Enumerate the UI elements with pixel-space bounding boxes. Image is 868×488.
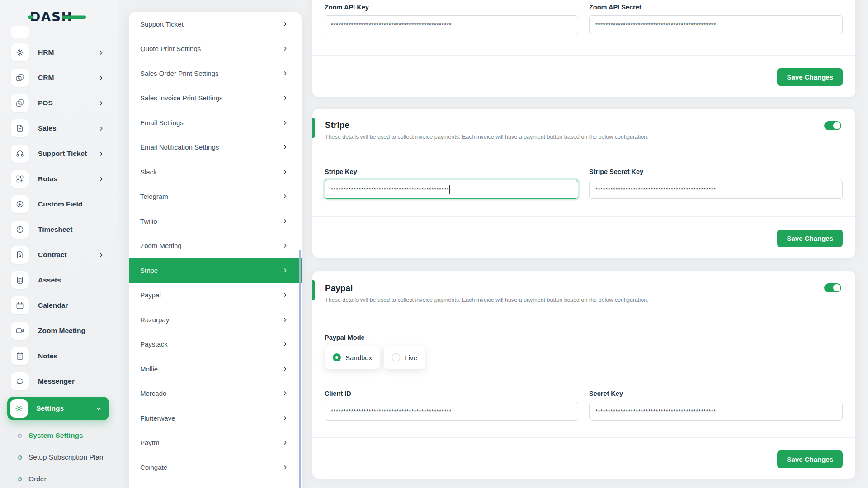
sidebar-item-notes[interactable]: Notes <box>0 343 113 369</box>
notes-icon <box>11 347 29 365</box>
settings-menu-item-flutterwave[interactable]: Flutterwave <box>129 406 302 431</box>
chevron-right-icon <box>282 292 288 298</box>
sales-icon <box>11 119 29 137</box>
chevron-right-icon <box>98 176 104 182</box>
paypal-mode-label: Paypal Mode <box>325 333 843 342</box>
settings-menu-item-stripe[interactable]: Stripe <box>129 258 302 283</box>
sidebar-item-messenger[interactable]: Messenger <box>0 369 113 394</box>
submenu-item-label: Order <box>28 475 47 483</box>
settings-menu-item-paytm[interactable]: Paytm <box>129 431 302 455</box>
panel-scrollbar[interactable] <box>299 250 301 488</box>
settings-menu-item-email-settings[interactable]: Email Settings <box>129 110 302 135</box>
chevron-right-icon <box>282 317 288 323</box>
settings-menu-item-mercado[interactable]: Mercado <box>129 381 302 406</box>
settings-menu-item-email-notification-settings[interactable]: Email Notification Settings <box>129 135 302 160</box>
sidebar-item-contract[interactable]: Contract <box>0 242 113 267</box>
contract-icon <box>11 246 29 264</box>
client-id-input[interactable] <box>325 402 578 421</box>
zoom-api-secret-input[interactable] <box>589 15 843 34</box>
settings-menu-item-coingate[interactable]: Coingate <box>129 455 302 480</box>
sidebar-item-hrm[interactable]: HRM <box>0 40 113 65</box>
dash-logo-icon: DASH <box>24 9 87 24</box>
sidebar-item-settings[interactable]: Settings <box>7 397 109 420</box>
save-changes-button[interactable]: Save Changes <box>777 68 843 86</box>
masked-value: ****************************************… <box>331 186 449 193</box>
submenu-item-setup-subscription-plan[interactable]: Setup Subscription Plan <box>0 446 113 468</box>
settings-menu-item-quote-print-settings[interactable]: Quote Print Settings <box>129 37 302 61</box>
sidebar: DASH HRMCRMPOSSalesSupport TicketRotasCu… <box>0 0 118 488</box>
paypal-enabled-toggle[interactable] <box>824 283 841 292</box>
toggle-knob <box>833 122 840 129</box>
bullet-icon <box>17 477 22 482</box>
settings-menu-item-slack[interactable]: Slack <box>129 160 302 184</box>
settings-menu-item-sales-order-print-settings[interactable]: Sales Order Print Settings <box>129 61 302 86</box>
save-changes-button[interactable]: Save Changes <box>777 450 843 468</box>
assets-icon <box>11 271 29 289</box>
save-changes-button[interactable]: Save Changes <box>777 230 843 247</box>
secret-key-input[interactable] <box>589 402 843 421</box>
submenu-item-order[interactable]: Order <box>0 468 113 488</box>
radio-unselected-icon <box>392 353 400 361</box>
paypal-mode-sandbox[interactable]: Sandbox <box>325 346 380 369</box>
sidebar-item-rotas[interactable]: Rotas <box>0 166 113 192</box>
chevron-right-icon <box>98 100 104 106</box>
menu-item-label: Razorpay <box>140 316 169 324</box>
chevron-right-icon <box>98 50 104 56</box>
stripe-section-description: These details will be used to collect in… <box>325 133 843 141</box>
submenu-item-label: System Settings <box>28 432 83 440</box>
chevron-right-icon <box>282 440 288 446</box>
chevron-right-icon <box>98 75 104 81</box>
messenger-icon <box>11 372 29 390</box>
timesheet-icon <box>11 221 29 239</box>
settings-menu-item-skrill[interactable]: Skrill <box>129 480 302 488</box>
menu-item-label: Zoom Metting <box>140 242 182 249</box>
chevron-right-icon <box>282 70 288 76</box>
zoom-api-key-input[interactable] <box>325 15 578 34</box>
menu-item-label: Telegram <box>140 192 168 200</box>
sidebar-item-timesheet[interactable]: Timesheet <box>0 217 113 242</box>
submenu-item-label: Setup Subscription Plan <box>28 453 103 461</box>
settings-menu-item-sales-invoice-print-settings[interactable]: Sales Invoice Print Settings <box>129 86 302 111</box>
submenu-item-system-settings[interactable]: System Settings <box>0 425 113 446</box>
settings-menu-item-twilio[interactable]: Twilio <box>129 209 302 234</box>
settings-menu-item-mollie[interactable]: Mollie <box>129 357 302 381</box>
settings-menu-item-support-ticket[interactable]: Support Ticket <box>129 12 302 37</box>
chevron-right-icon <box>282 366 288 372</box>
sidebar-item-assets[interactable]: Assets <box>0 267 113 293</box>
zoom-settings-card: Zoom API Key Zoom API Secret Save Change… <box>312 0 855 97</box>
zoom-api-key-label: Zoom API Key <box>325 3 578 12</box>
brand-logo[interactable]: DASH <box>24 9 87 26</box>
stripe-key-input[interactable]: ****************************************… <box>325 180 578 199</box>
settings-menu-panel: Support TicketQuote Print SettingsSales … <box>129 12 302 488</box>
sidebar-item-sales[interactable]: Sales <box>0 116 113 141</box>
stripe-enabled-toggle[interactable] <box>824 121 841 130</box>
sidebar-item-label: Zoom Meeting <box>38 327 85 335</box>
form-field: Client ID <box>325 389 578 421</box>
zoom-api-secret-label: Zoom API Secret <box>589 3 843 12</box>
paypal-mode-live[interactable]: Live <box>384 346 425 369</box>
client-id-label: Client ID <box>325 389 578 398</box>
sidebar-item-custom-field[interactable]: Custom Field <box>0 192 113 217</box>
settings-menu-item-zoom-metting[interactable]: Zoom Metting <box>129 234 302 258</box>
menu-item-label: Paystack <box>140 340 168 348</box>
menu-item-label: Twilio <box>140 217 157 225</box>
sidebar-item-pos[interactable]: POS <box>0 90 113 116</box>
settings-menu-item-telegram[interactable]: Telegram <box>129 184 302 209</box>
stripe-secret-key-input[interactable] <box>589 180 843 199</box>
gear-icon <box>10 399 28 418</box>
sidebar-item-crm[interactable]: CRM <box>0 65 113 90</box>
menu-item-label: Email Notification Settings <box>140 143 219 151</box>
sidebar-nav: HRMCRMPOSSalesSupport TicketRotasCustom … <box>0 40 113 488</box>
bullet-icon <box>17 433 22 438</box>
sidebar-item-support-ticket[interactable]: Support Ticket <box>0 141 113 166</box>
settings-menu-item-paypal[interactable]: Paypal <box>129 283 302 308</box>
section-accent-bar <box>312 118 315 138</box>
sidebar-item-label: Contract <box>38 251 67 259</box>
sidebar-item-label: Timesheet <box>38 225 72 234</box>
sidebar-item-calendar[interactable]: Calendar <box>0 293 113 318</box>
chevron-right-icon <box>282 21 288 27</box>
sidebar-item-label: Calendar <box>38 301 68 310</box>
settings-menu-item-paystack[interactable]: Paystack <box>129 332 302 357</box>
settings-menu-item-razorpay[interactable]: Razorpay <box>129 307 302 332</box>
sidebar-item-zoom-meeting[interactable]: Zoom Meeting <box>0 318 113 343</box>
